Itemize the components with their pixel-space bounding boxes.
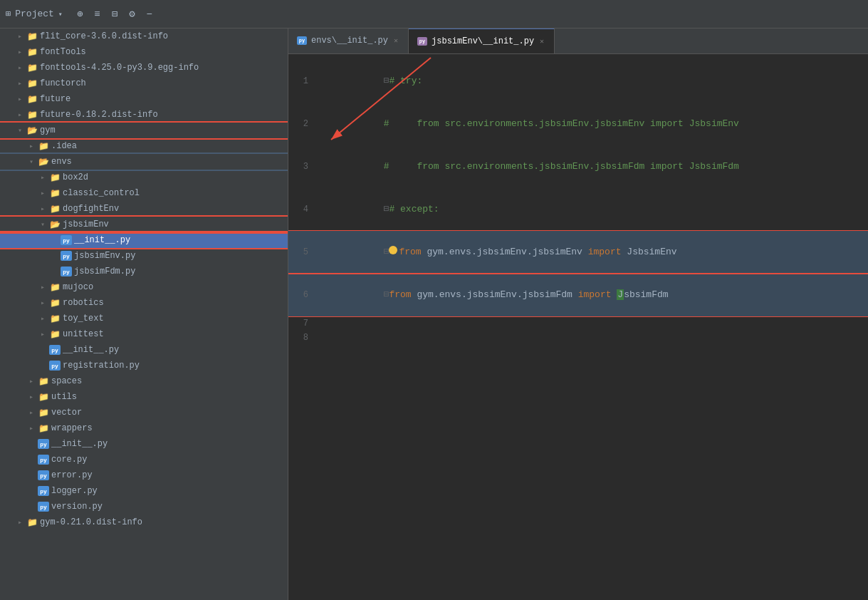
arrow-vector: [26, 408, 37, 417]
sidebar-item-registration-py[interactable]: py registration.py: [0, 358, 288, 373]
sync-icon[interactable]: ≡: [91, 7, 103, 21]
folder-icon-utils: 📁: [37, 391, 50, 403]
add-icon[interactable]: ⊕: [74, 6, 85, 21]
arrow-spaces: [26, 377, 37, 386]
label-mujoco: mujoco: [61, 282, 93, 292]
sidebar-item-wrappers[interactable]: 📁 wrappers: [0, 420, 288, 436]
sidebar-item-unittest[interactable]: 📁 unittest: [0, 326, 288, 342]
sidebar-item-future[interactable]: 📁 future: [0, 91, 288, 107]
project-panel-header[interactable]: ⊞ Project ▾: [6, 9, 63, 19]
label-flit-core: flit_core-3.6.0.dist-info: [38, 31, 168, 41]
line-num-8: 8: [288, 333, 317, 343]
tab-icon-jsbsim-init: py: [417, 37, 427, 46]
sidebar-item-functorch[interactable]: 📁 functorch: [0, 76, 288, 91]
sidebar-item-init-py[interactable]: py __init__.py: [0, 232, 288, 248]
sidebar-item-envs[interactable]: 📂 envs: [0, 154, 288, 170]
sidebar-item-jsbsim-env[interactable]: 📂 jsbsimEnv: [0, 217, 288, 232]
line-num-5: 5: [288, 247, 317, 257]
sidebar-item-version-py[interactable]: py version.py: [0, 499, 288, 514]
label-init-py: __init__.py: [73, 235, 130, 245]
py-icon-registration: py: [48, 360, 61, 371]
dropdown-icon[interactable]: ▾: [58, 10, 63, 19]
sidebar[interactable]: 📁 flit_core-3.6.0.dist-info 📁 fontTools …: [0, 29, 288, 600]
folder-icon-functorch: 📁: [26, 78, 38, 89]
folder-icon-gym: 📂: [26, 125, 38, 136]
folder-icon-fonttools-egg: 📁: [26, 62, 38, 73]
sidebar-item-gym-init-py[interactable]: py __init__.py: [0, 436, 288, 452]
sidebar-item-utils[interactable]: 📁 utils: [0, 389, 288, 405]
folder-icon-robotics: 📁: [48, 297, 61, 309]
sidebar-item-robotics[interactable]: 📁 robotics: [0, 295, 288, 311]
sidebar-item-vector[interactable]: 📁 vector: [0, 405, 288, 420]
sidebar-item-flit-core[interactable]: 📁 flit_core-3.6.0.dist-info: [0, 29, 288, 44]
tab-close-envs-init[interactable]: ✕: [392, 36, 399, 46]
label-unittest: unittest: [61, 329, 104, 339]
arrow-unittest: [37, 330, 48, 338]
arrow-flit-core: [14, 32, 26, 41]
arrow-fonttools: [14, 48, 26, 56]
sidebar-item-future-dist[interactable]: 📁 future-0.18.2.dist-info: [0, 107, 288, 123]
sidebar-item-box2d[interactable]: 📁 box2d: [0, 170, 288, 185]
sidebar-item-fonttools-egg[interactable]: 📁 fonttools-4.25.0-py3.9.egg-info: [0, 60, 288, 76]
folder-icon-gym-dist: 📁: [26, 517, 38, 528]
tab-jsbsim-init[interactable]: py jsbsimEnv\__init_.py ✕: [409, 29, 555, 53]
line-content-6: ⊟from gym.envs.jsbsimEnv.jsbsimFdm impor…: [317, 274, 868, 316]
arrow-future: [14, 95, 26, 103]
label-logger-py: logger.py: [50, 486, 98, 496]
label-classic-control: classic_control: [61, 188, 140, 198]
arrow-jsbsim-env: [37, 220, 48, 229]
line-num-6: 6: [288, 290, 317, 300]
sidebar-item-idea[interactable]: 📁 .idea: [0, 138, 288, 154]
folder-icon-dogfight-env: 📁: [48, 203, 61, 214]
py-icon-jsbsim-fdm: py: [60, 266, 73, 277]
arrow-classic-control: [37, 189, 48, 197]
sidebar-item-error-py[interactable]: py error.py: [0, 467, 288, 483]
folder-icon-spaces: 📁: [37, 376, 50, 387]
line-num-1: 1: [288, 76, 317, 86]
arrow-utils: [26, 393, 37, 401]
arrow-gym-dist: [14, 518, 26, 527]
settings-icon[interactable]: ⚙: [126, 6, 137, 21]
label-version-py: version.py: [50, 502, 103, 512]
label-jsbsim-env-py: jsbsimEnv.py: [73, 251, 135, 261]
tab-label-envs-init: envs\__init_.py: [311, 36, 388, 46]
sidebar-item-jsbsim-env-py[interactable]: py jsbsimEnv.py: [0, 248, 288, 264]
tab-close-jsbsim-init[interactable]: ✕: [538, 36, 545, 46]
tab-envs-init[interactable]: py envs\__init_.py ✕: [288, 29, 409, 53]
sidebar-item-mujoco[interactable]: 📁 mujoco: [0, 279, 288, 295]
sidebar-item-envs-init-py[interactable]: py __init__.py: [0, 342, 288, 358]
code-line-7: 7: [288, 316, 868, 331]
project-label: Project: [15, 9, 54, 19]
line-content-1: ⊟# try:: [317, 60, 868, 103]
label-gym-init-py: __init__.py: [50, 439, 108, 449]
folder-icon-vector: 📁: [37, 407, 50, 418]
sidebar-item-gym-dist[interactable]: 📁 gym-0.21.0.dist-info: [0, 514, 288, 530]
sidebar-item-jsbsim-fdm-py[interactable]: py jsbsimFdm.py: [0, 264, 288, 279]
code-line-8: 8: [288, 331, 868, 345]
code-line-6: 6 ⊟from gym.envs.jsbsimEnv.jsbsimFdm imp…: [288, 274, 868, 316]
label-future: future: [38, 94, 70, 104]
line-content-4: ⊟# except:: [317, 188, 868, 231]
py-icon-gym-init: py: [37, 438, 50, 450]
main-layout: 📁 flit_core-3.6.0.dist-info 📁 fontTools …: [0, 29, 868, 600]
sidebar-item-spaces[interactable]: 📁 spaces: [0, 373, 288, 389]
py-icon-jsbsim-env: py: [60, 250, 73, 262]
sidebar-item-toy-text[interactable]: 📁 toy_text: [0, 311, 288, 326]
folder-icon-future: 📁: [26, 93, 38, 105]
collapse-icon[interactable]: ⊟: [109, 6, 120, 21]
line-num-7: 7: [288, 319, 317, 329]
label-toy-text: toy_text: [61, 314, 104, 324]
sidebar-item-classic-control[interactable]: 📁 classic_control: [0, 185, 288, 201]
code-editor[interactable]: 1 ⊟# try: 2 # from src.environments.jsbs…: [288, 54, 868, 600]
minimize-icon[interactable]: −: [144, 7, 155, 21]
folder-icon-flit-core: 📁: [26, 31, 38, 42]
py-icon-logger: py: [37, 485, 50, 497]
arrow-idea: [26, 142, 37, 150]
sidebar-item-core-py[interactable]: py core.py: [0, 452, 288, 467]
sidebar-item-logger-py[interactable]: py logger.py: [0, 483, 288, 499]
sidebar-item-gym[interactable]: 📂 gym: [0, 123, 288, 138]
py-icon-version: py: [37, 501, 50, 512]
arrow-box2d: [37, 173, 48, 182]
sidebar-item-dogfight-env[interactable]: 📁 dogfightEnv: [0, 201, 288, 217]
sidebar-item-fonttools[interactable]: 📁 fontTools: [0, 44, 288, 60]
